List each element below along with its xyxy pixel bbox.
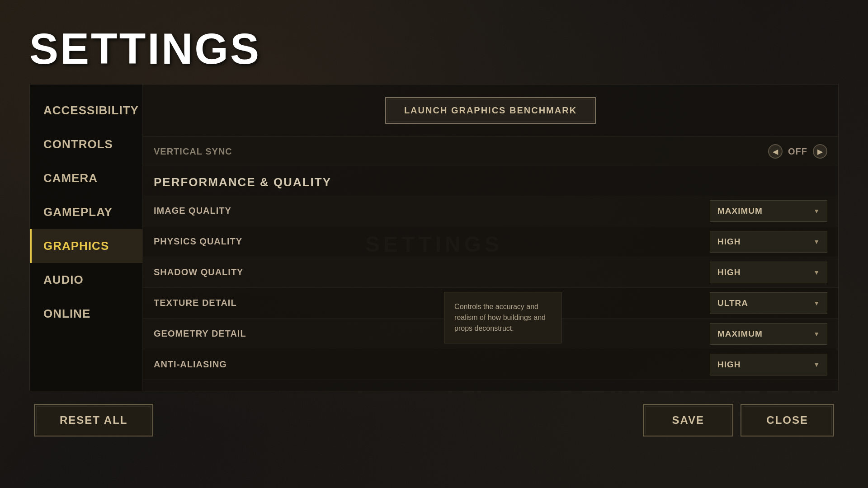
setting-name-texture-detail: TEXTURE DETAIL (154, 298, 710, 308)
dropdown-image-quality[interactable]: MAXIMUM ▼ (710, 200, 827, 222)
dropdown-geometry-detail[interactable]: MAXIMUM ▼ (710, 323, 827, 345)
benchmark-button[interactable]: LAUNCH GRAPHICS BENCHMARK (385, 97, 596, 124)
sidebar: ACCESSIBILITY CONTROLS CAMERA GAMEPLAY G… (30, 84, 143, 391)
setting-row-image-quality: IMAGE QUALITY MAXIMUM ▼ (143, 196, 838, 226)
sidebar-item-gameplay[interactable]: GAMEPLAY (30, 195, 142, 229)
vsync-row: VERTICAL SYNC ◀ OFF ▶ (143, 137, 838, 166)
dropdown-value-texture-detail: ULTRA (717, 298, 748, 308)
dropdown-value-anti-aliasing: HIGH (717, 360, 741, 370)
dropdown-texture-detail[interactable]: ULTRA ▼ (710, 292, 827, 314)
sidebar-item-controls[interactable]: CONTROLS (30, 127, 142, 161)
setting-row-physics-quality: PHYSICS QUALITY HIGH ▼ (143, 226, 838, 257)
setting-name-physics-quality: PHYSICS QUALITY (154, 236, 710, 247)
vsync-label: VERTICAL SYNC (154, 146, 768, 157)
reset-all-button[interactable]: RESET ALL (34, 404, 153, 436)
setting-name-image-quality: IMAGE QUALITY (154, 206, 710, 216)
tooltip-overlay: Controls the accuracy and realism of how… (444, 292, 561, 343)
vsync-control: ◀ OFF ▶ (768, 144, 827, 159)
dropdown-arrow-physics-quality: ▼ (813, 238, 820, 245)
bottom-bar: RESET ALL SAVE CLOSE (29, 404, 839, 436)
setting-name-anti-aliasing: ANTI-ALIASING (154, 359, 710, 370)
dropdown-value-shadow-quality: HIGH (717, 267, 741, 277)
setting-row-anti-aliasing: ANTI-ALIASING HIGH ▼ (143, 349, 838, 380)
vsync-arrow-left[interactable]: ◀ (768, 144, 783, 159)
main-container: SETTINGS SETTINGS ACCESSIBILITY CONTROLS… (0, 0, 868, 488)
dropdown-physics-quality[interactable]: HIGH ▼ (710, 231, 827, 253)
sidebar-item-graphics[interactable]: GRAPHICS (30, 229, 142, 263)
dropdown-value-physics-quality: HIGH (717, 237, 741, 247)
vsync-value: OFF (788, 146, 807, 157)
content-area: LAUNCH GRAPHICS BENCHMARK VERTICAL SYNC … (143, 84, 838, 391)
sidebar-item-online[interactable]: ONLINE (30, 297, 142, 331)
dropdown-arrow-geometry-detail: ▼ (813, 330, 820, 338)
vsync-arrow-right[interactable]: ▶ (813, 144, 827, 159)
dropdown-arrow-texture-detail: ▼ (813, 300, 820, 307)
save-button[interactable]: SAVE (643, 404, 733, 436)
dropdown-value-image-quality: MAXIMUM (717, 206, 763, 216)
setting-name-shadow-quality: SHADOW QUALITY (154, 267, 710, 277)
sidebar-item-accessibility[interactable]: ACCESSIBILITY (30, 94, 142, 127)
dropdown-value-geometry-detail: MAXIMUM (717, 329, 763, 339)
sidebar-item-camera[interactable]: CAMERA (30, 161, 142, 195)
tooltip-box: Controls the accuracy and realism of how… (444, 292, 561, 343)
dropdown-arrow-anti-aliasing: ▼ (813, 361, 820, 368)
dropdown-arrow-shadow-quality: ▼ (813, 269, 820, 276)
setting-row-shadow-quality: SHADOW QUALITY HIGH ▼ Controls the accur… (143, 257, 838, 288)
benchmark-area: LAUNCH GRAPHICS BENCHMARK (143, 84, 838, 137)
setting-name-geometry-detail: GEOMETRY DETAIL (154, 328, 710, 339)
dropdown-anti-aliasing[interactable]: HIGH ▼ (710, 354, 827, 375)
settings-list: IMAGE QUALITY MAXIMUM ▼ PHYSICS QUALITY … (143, 196, 838, 391)
section-header: PERFORMANCE & QUALITY (143, 166, 838, 196)
close-button[interactable]: CLOSE (741, 404, 834, 436)
settings-panel: ACCESSIBILITY CONTROLS CAMERA GAMEPLAY G… (29, 84, 839, 391)
right-buttons: SAVE CLOSE (643, 404, 834, 436)
sidebar-item-audio[interactable]: AUDIO (30, 263, 142, 297)
dropdown-arrow-image-quality: ▼ (813, 207, 820, 215)
tooltip-text: Controls the accuracy and realism of how… (454, 301, 551, 334)
dropdown-shadow-quality[interactable]: HIGH ▼ (710, 262, 827, 283)
page-title: SETTINGS (29, 27, 839, 70)
